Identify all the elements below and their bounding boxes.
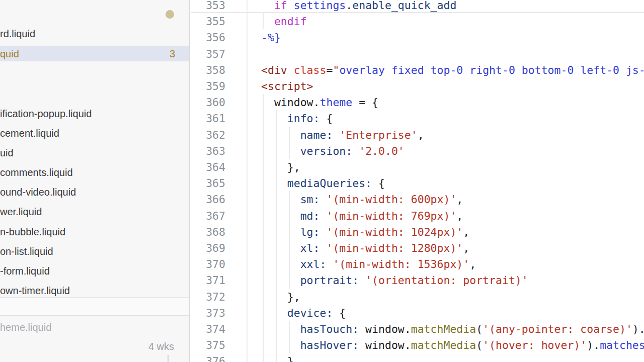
code-token [261,274,300,287]
code-token [261,177,287,190]
file-name-label: wer.liquid [0,205,42,219]
code-token: { [372,177,385,190]
sidebar-section-gap [0,298,189,315]
code-text: }, [261,290,300,303]
code-text: name: 'Enterprise', [261,128,424,141]
sidebar-file-item[interactable]: on-list.liquid [0,244,189,258]
code-token: " [333,63,339,76]
code-token: matchMedia [411,339,476,351]
code-line[interactable]: 359<script> [190,78,644,94]
line-number: 368 [199,225,225,238]
code-text: sm: '(min-width: 600px)', [261,193,463,206]
code-line[interactable]: 374 hasTouch: window.matchMedia('(any-po… [190,321,644,337]
code-token: , [418,128,424,141]
code-token [261,258,300,270]
code-line[interactable]: 369 xl: '(min-width: 1280px)', [190,240,644,256]
code-line[interactable]: 353 if settings.enable_quick_add [190,0,644,13]
code-token: hasHover: [300,339,359,351]
line-number: 370 [199,258,225,270]
code-editor-window: rd.liquidquid3ification-popup.liquidceme… [0,0,644,362]
sidebar-file-item[interactable]: wer.liquid [0,205,189,219]
code-line[interactable]: 366 sm: '(min-width: 600px)', [190,191,644,207]
code-token [261,144,300,157]
code-line[interactable]: 361 info: { [190,110,644,126]
code-text: }, [261,355,300,362]
code-line[interactable]: 368 lg: '(min-width: 1024px)', [190,224,644,240]
code-token: mediaQueries: [287,177,372,190]
sidebar-file-item[interactable]: comments.liquid [0,165,189,179]
code-token: class [294,63,327,76]
code-token: '(min-width: 1024px)' [326,225,463,238]
code-token [261,0,274,12]
code-line[interactable]: 370 xxl: '(min-width: 1536px)', [190,256,644,272]
code-line[interactable]: 375 hasHover: window.matchMedia('(hover:… [190,337,644,353]
code-text: hasHover: window.matchMedia('(hover: hov… [261,339,644,351]
code-token: '(hover: hover)' [482,339,587,351]
code-line[interactable]: 363 version: '2.0.0' [190,143,644,159]
line-number: 376 [199,355,225,362]
code-token: matches [600,339,644,351]
code-token: window. [261,96,320,109]
code-token: info: [287,112,320,125]
code-token: if [274,0,287,12]
sidebar-file-item[interactable]: cement.liquid [0,126,189,140]
code-line[interactable]: 367 md: '(min-width: 769px)', [190,208,644,224]
code-line[interactable]: 360 window.theme = { [190,94,644,110]
sidebar-file-item[interactable]: rd.liquid [0,27,189,41]
code-token: '(min-width: 1536px)' [333,258,469,270]
code-token: window. [359,339,411,351]
sidebar-file-item[interactable]: ound-video.liquid [0,185,189,199]
line-number: 365 [199,177,225,190]
code-text: version: '2.0.0' [261,144,405,157]
code-token: }, [261,161,300,173]
code-line[interactable]: 372 }, [190,289,644,305]
code-line[interactable]: 357 [190,46,644,62]
code-line[interactable]: 373 device: { [190,305,644,321]
code-token: hasTouch: [300,323,359,335]
file-name-label: heme.liquid [0,320,51,334]
code-line[interactable]: 356-%} [190,29,644,45]
line-number: 360 [199,96,225,109]
code-line[interactable]: 364 }, [190,159,644,175]
line-number: 372 [199,290,225,303]
sidebar-file-item[interactable]: own-timer.liquid [0,284,189,298]
code-token: , [469,258,476,270]
code-token: , [463,242,469,254]
line-number: 369 [199,242,225,254]
sidebar-file-item[interactable]: heme.liquid [0,320,189,334]
code-token: 'Enterprise' [339,128,417,141]
line-number: 366 [199,193,225,206]
code-token [359,274,365,287]
code-line[interactable]: 355 endif [190,13,644,29]
sidebar-file-item[interactable]: 4 wks [0,339,189,353]
code-text: portrait: '(orientation: portrait)' [261,274,528,287]
code-token [261,323,300,335]
sidebar-file-item[interactable]: uid [0,146,189,160]
sidebar-file-item[interactable]: ification-popup.liquid [0,107,189,121]
code-token: lg: [300,225,320,238]
line-number: 374 [199,323,225,335]
code-token: matchMedia [411,323,476,335]
code-token: portrait: [300,274,359,287]
line-number: 364 [199,161,225,173]
code-line[interactable]: 365 mediaQueries: { [190,175,644,191]
code-token: . [346,0,352,12]
code-editor-pane[interactable]: 353 if settings.enable_quick_add355 endi… [190,0,644,362]
code-text: info: { [261,112,333,125]
sidebar-file-item[interactable]: quid3 [0,46,189,61]
code-token: ( [476,323,482,335]
file-name-label: on-list.liquid [0,244,53,258]
sidebar-file-item[interactable]: n-bubble.liquid [0,225,189,239]
code-line[interactable]: 371 portrait: '(orientation: portrait)' [190,272,644,288]
code-line[interactable]: 376 }, [190,353,644,362]
code-token [287,63,294,76]
code-token: = [326,63,333,76]
code-token: '(min-width: 769px)' [326,209,456,222]
code-token [320,242,327,254]
code-token: theme [320,96,353,109]
code-token: '(orientation: portrait)' [365,274,528,287]
code-token: window. [359,323,411,335]
sidebar-file-item[interactable]: -form.liquid [0,264,189,278]
code-line[interactable]: 358<div class="overlay fixed top-0 right… [190,62,644,78]
code-line[interactable]: 362 name: 'Enterprise', [190,127,644,143]
